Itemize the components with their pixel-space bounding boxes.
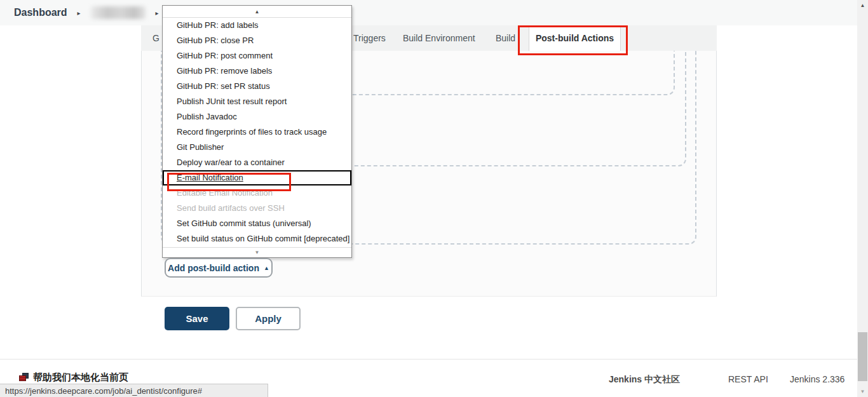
scroll-up-strip[interactable]: ▲	[163, 6, 351, 18]
option-publish-junit-report[interactable]: Publish JUnit test result report	[163, 94, 351, 109]
scrollbar-thumb[interactable]	[858, 332, 867, 381]
option-set-build-status-deprecated[interactable]: Set build status on GitHub commit [depre…	[163, 231, 351, 246]
tab-build[interactable]: Build	[496, 25, 515, 51]
option-set-github-commit-status[interactable]: Set GitHub commit status (universal)	[163, 216, 351, 231]
browser-status-url: https://jenkins.deepcare.com/job/ai_dent…	[0, 384, 268, 397]
triangle-up-icon: ▲	[255, 9, 260, 15]
option-github-pr-post-comment[interactable]: GitHub PR: post comment	[163, 48, 351, 64]
option-list: GitHub PR: add labels GitHub PR: close P…	[163, 18, 351, 246]
chevron-right-icon: ▸	[156, 10, 159, 17]
chevron-right-icon: ▸	[78, 10, 81, 17]
footer-version-label: Jenkins 2.336	[790, 374, 844, 384]
tab-general-clipped[interactable]: G	[153, 25, 159, 51]
scrollbar-up-arrow[interactable]: ▲	[857, 0, 868, 11]
breadcrumb: Dashboard ▸ ▸	[0, 0, 868, 25]
triangle-down-icon: ▼	[255, 250, 260, 255]
footer-link-rest-api[interactable]: REST API	[728, 374, 768, 384]
option-github-pr-close-pr[interactable]: GitHub PR: close PR	[163, 33, 351, 48]
tab-build-environment[interactable]: Build Environment	[403, 25, 475, 51]
option-editable-email-notification[interactable]: Editable Email Notification	[163, 185, 351, 201]
option-git-publisher[interactable]: Git Publisher	[163, 140, 351, 155]
footer-localize-label: 帮助我们本地化当前页	[33, 372, 128, 384]
breadcrumb-item-job-name-redacted[interactable]	[91, 6, 146, 19]
vertical-scrollbar[interactable]: ▲ ▼	[857, 0, 868, 397]
option-send-artifacts-ssh[interactable]: Send build artifacts over SSH	[163, 201, 351, 216]
scroll-down-strip[interactable]: ▼	[163, 247, 351, 257]
option-email-notification[interactable]: E-mail Notification	[163, 170, 351, 185]
add-post-build-action-button[interactable]: Add post-build action ▲	[165, 258, 273, 278]
tab-post-build-actions[interactable]: Post-build Actions	[529, 25, 621, 51]
translation-flags-icon	[19, 373, 29, 382]
apply-button[interactable]: Apply	[236, 307, 301, 330]
option-github-pr-remove-labels[interactable]: GitHub PR: remove labels	[163, 64, 351, 79]
scrollbar-down-arrow[interactable]: ▼	[857, 386, 868, 397]
triangle-up-icon: ▲	[264, 265, 269, 271]
option-github-pr-set-pr-status[interactable]: GitHub PR: set PR status	[163, 79, 351, 94]
footer-localize-link[interactable]: 帮助我们本地化当前页	[19, 372, 128, 383]
post-build-action-listbox: ▲ GitHub PR: add labels GitHub PR: close…	[162, 5, 352, 258]
footer-link-jenkins-chinese-community[interactable]: Jenkins 中文社区	[609, 374, 680, 386]
option-publish-javadoc[interactable]: Publish Javadoc	[163, 109, 351, 124]
option-record-fingerprints[interactable]: Record fingerprints of files to track us…	[163, 124, 351, 140]
save-button[interactable]: Save	[165, 307, 229, 330]
tab-triggers[interactable]: Triggers	[353, 25, 386, 51]
breadcrumb-item-dashboard[interactable]: Dashboard	[14, 7, 67, 18]
option-github-pr-add-labels[interactable]: GitHub PR: add labels	[163, 18, 351, 33]
option-deploy-war-ear[interactable]: Deploy war/ear to a container	[163, 155, 351, 170]
add-post-build-action-label: Add post-build action	[168, 263, 259, 273]
footer-divider	[0, 359, 868, 360]
